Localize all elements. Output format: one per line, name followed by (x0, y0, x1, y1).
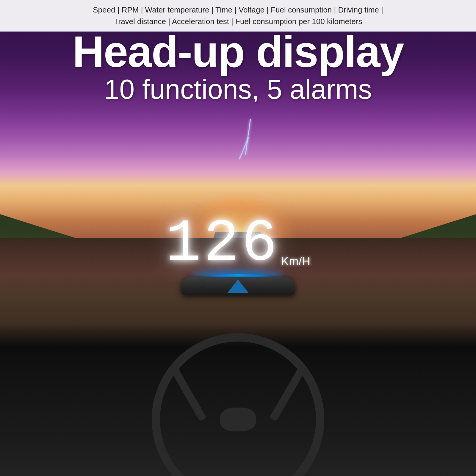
speed-unit: Km/H (281, 255, 311, 268)
speed-value: 126 (165, 214, 280, 274)
speed-display: 126 Km/H (165, 214, 311, 274)
hud-body (181, 277, 295, 295)
features-line-2: Travel distance | Acceleration test | Fu… (6, 16, 470, 27)
headline-section: Head-up display 10 functions, 5 alarms (0, 30, 476, 105)
steering-wheel-container (134, 357, 342, 476)
main-container: 126 Km/H Speed | RPM | Water temperature… (0, 0, 476, 476)
steering-spoke-right (270, 366, 306, 421)
hud-triangle-indicator (228, 279, 248, 293)
speedometer: 126 Km/H (165, 214, 311, 274)
steering-spoke-left (170, 366, 207, 421)
headline-main: Head-up display (0, 30, 476, 74)
headline-sub: 10 functions, 5 alarms (0, 74, 476, 105)
features-line-1: Speed | RPM | Water temperature | Time |… (6, 4, 470, 16)
